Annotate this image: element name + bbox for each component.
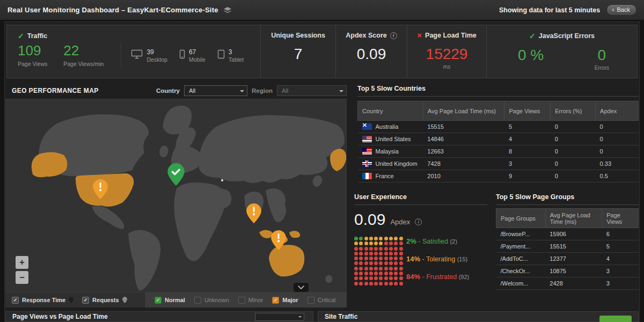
requests-toggle[interactable]: ✓ Requests	[82, 297, 127, 304]
table-row[interactable]: Australia 15515 5 0 0	[358, 121, 639, 133]
world-map	[6, 99, 347, 292]
traffic-label: Traffic	[27, 32, 48, 40]
apdex-dot-frustrated	[364, 247, 368, 251]
page-group: /Payment...	[496, 240, 546, 253]
apdex-dot-frustrated	[394, 282, 398, 286]
table-row[interactable]: /CheckOr... 10875 3	[496, 265, 639, 277]
info-icon[interactable]: i	[390, 32, 397, 39]
apdex-dot-frustrated	[359, 261, 363, 265]
zoom-in-button[interactable]: +	[16, 256, 28, 269]
apdex-dot-tolerating	[374, 241, 378, 245]
apdex-dot-frustrated	[399, 272, 403, 275]
page-views: 4	[602, 253, 639, 265]
legend-normal-label: Normal	[165, 297, 185, 303]
info-icon[interactable]: i	[415, 218, 422, 225]
desktop-count: 39	[147, 48, 167, 56]
apdex-dot-frustrated	[394, 252, 398, 255]
table-row[interactable]: France 2010 9 0 0.5	[358, 170, 639, 182]
avg-load-time: 7428	[423, 158, 504, 170]
apdex: 0	[596, 145, 639, 158]
table-row[interactable]: Malaysia 12663 8 0 0	[358, 145, 639, 158]
apdex-dot-tolerating	[379, 237, 383, 240]
ux-apdex-label: Apdex	[390, 218, 410, 226]
map-pin-major-indonesia[interactable]	[271, 230, 286, 252]
site-traffic-panel: Site Traffic	[318, 311, 639, 322]
site-traffic-green-button[interactable]	[599, 316, 632, 322]
page-group: /AddToC...	[496, 253, 546, 265]
apdex-dot-frustrated	[399, 252, 403, 255]
response-time-toggle[interactable]: ✓ Response Time	[12, 297, 74, 304]
map-expand-button[interactable]	[294, 283, 309, 292]
country-name: Australia	[376, 123, 399, 130]
apdex-dot-frustrated	[394, 261, 398, 265]
legend-satisfied: 2% - Satisfied (2)	[406, 237, 492, 245]
table-row[interactable]: /BrowseP... 15906 6	[496, 228, 639, 240]
page-views: 5	[504, 121, 551, 133]
apdex-dot-frustrated	[394, 276, 398, 280]
apdex-dot-frustrated	[369, 276, 373, 280]
geo-performance-map[interactable]: + −	[5, 99, 347, 292]
map-region-east-russia[interactable]	[330, 149, 346, 171]
apdex-dot-frustrated	[384, 252, 388, 255]
map-footer: ✓ Response Time ✓ Requests ✓ Normal Unkn…	[5, 292, 347, 308]
map-pin-major-india[interactable]	[246, 203, 261, 225]
apdex-dot-frustrated	[389, 276, 393, 280]
apdex-dot-frustrated	[374, 261, 378, 265]
requests-label: Requests	[92, 297, 119, 303]
page-views-label: Page Views	[18, 61, 47, 67]
table-row[interactable]: United Kingdom 7428 3 0 0.33	[358, 158, 639, 170]
map-pin-normal-europe[interactable]	[167, 163, 185, 188]
apdex-dot-frustrated	[389, 261, 393, 265]
legend-major-toggle[interactable]: ✓ Major	[272, 297, 298, 304]
apdex-dot-frustrated	[369, 267, 373, 270]
region-select[interactable]: All	[277, 85, 347, 96]
bottom-left-select[interactable]	[255, 313, 304, 321]
page-views: 3	[504, 158, 551, 170]
unique-sessions-value: 7	[261, 46, 335, 63]
errors-pct: 0	[551, 158, 596, 170]
apdex-dot-frustrated	[369, 272, 373, 275]
apdex-dot-frustrated	[399, 257, 403, 260]
apdex-dot-frustrated	[384, 261, 388, 265]
table-row[interactable]: /Welcom... 2428 3	[496, 277, 639, 290]
country-select[interactable]: All	[184, 85, 247, 96]
map-pin-major-united-states[interactable]	[93, 179, 108, 201]
table-row[interactable]: /AddToC... 12377 4	[496, 253, 639, 265]
page-views-value: 109	[18, 42, 47, 59]
col-apdex: Apdex	[596, 101, 639, 121]
col-page-views: Page Views	[602, 209, 639, 228]
tolerating-count: (15)	[457, 256, 468, 262]
desktop-icon	[131, 49, 143, 61]
frustrated-count: (92)	[459, 274, 470, 280]
layers-icon[interactable]	[223, 6, 232, 14]
country-name: France	[376, 173, 394, 179]
page-group: /CheckOr...	[496, 265, 546, 277]
legend-critical-toggle[interactable]: Critical	[308, 297, 336, 304]
apdex-dot-frustrated	[394, 257, 398, 260]
table-row[interactable]: United States 14846 4 0 0	[358, 133, 639, 145]
apdex-dot-frustrated	[354, 261, 358, 265]
page-load-time-label: Page Load Time	[425, 32, 477, 39]
device-mobile: 67 Mobile	[179, 48, 206, 63]
legend-normal-toggle[interactable]: ✓ Normal	[155, 297, 185, 304]
apdex-dot-frustrated	[384, 267, 388, 270]
apdex-dot-frustrated	[399, 261, 403, 265]
page-load-time-unit: ms	[407, 64, 486, 70]
apdex-dot-frustrated	[359, 257, 363, 260]
apdex-dot-frustrated	[354, 252, 358, 255]
apdex-dot-frustrated	[379, 247, 383, 251]
apdex-dot-frustrated	[364, 276, 368, 280]
table-header-row: Country Avg Page Load Time (ms) Page Vie…	[358, 101, 639, 121]
kpi-apdex-score: Apdex Score i 0.09	[335, 25, 407, 78]
kpi-page-load-time: × Page Load Time 15229 ms	[407, 25, 486, 78]
apdex-dot-frustrated	[389, 257, 393, 260]
avg-load-time: 15515	[545, 240, 602, 253]
zoom-out-button[interactable]: −	[16, 271, 28, 284]
avg-load-time: 15906	[545, 228, 602, 240]
back-button[interactable]: ‹ Back	[606, 4, 636, 16]
legend-minor-toggle[interactable]: Minor	[238, 297, 264, 304]
map-dot	[221, 179, 223, 181]
legend-unknown-toggle[interactable]: Unknown	[194, 297, 229, 304]
table-row[interactable]: /Payment... 15515 5	[496, 240, 639, 253]
checkbox-empty-icon	[308, 297, 314, 304]
